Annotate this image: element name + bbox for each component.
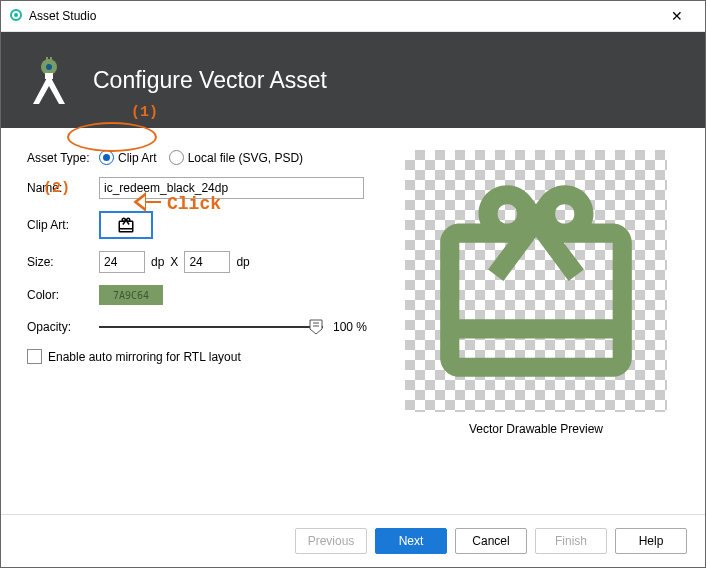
titlebar: Asset Studio ✕ bbox=[1, 1, 705, 32]
footer: Previous Next Cancel Finish Help bbox=[1, 514, 705, 567]
opacity-label: Opacity: bbox=[27, 320, 99, 334]
radio-dot-icon bbox=[169, 150, 184, 165]
opacity-value: 100 % bbox=[333, 320, 367, 334]
rtl-label: Enable auto mirroring for RTL layout bbox=[48, 350, 241, 364]
header: Configure Vector Asset bbox=[1, 32, 705, 128]
x-label: X bbox=[170, 255, 178, 269]
window: Asset Studio ✕ Configure Vector Asset As… bbox=[0, 0, 706, 568]
next-button[interactable]: Next bbox=[375, 528, 447, 554]
redeem-preview-icon bbox=[421, 166, 651, 396]
asset-type-row: Asset Type: Clip Art Local file (SVG, PS… bbox=[27, 150, 367, 165]
preview-canvas bbox=[405, 150, 667, 412]
preview-label: Vector Drawable Preview bbox=[469, 422, 603, 436]
size-label: Size: bbox=[27, 255, 99, 269]
dp-label: dp bbox=[151, 255, 164, 269]
asset-type-label: Asset Type: bbox=[27, 151, 99, 165]
rtl-row: Enable auto mirroring for RTL layout bbox=[27, 349, 367, 364]
size-height-input[interactable] bbox=[184, 251, 230, 273]
body: Asset Type: Clip Art Local file (SVG, PS… bbox=[1, 128, 705, 514]
size-row: Size: dp X dp bbox=[27, 251, 367, 273]
svg-rect-4 bbox=[50, 57, 52, 62]
close-button[interactable]: ✕ bbox=[657, 8, 697, 24]
android-studio-icon bbox=[27, 56, 71, 104]
radio-dot-icon bbox=[99, 150, 114, 165]
size-width-input[interactable] bbox=[99, 251, 145, 273]
clipart-label: Clip Art: bbox=[27, 218, 99, 232]
svg-rect-3 bbox=[46, 57, 48, 62]
rtl-checkbox[interactable] bbox=[27, 349, 42, 364]
app-icon bbox=[9, 8, 23, 25]
svg-rect-6 bbox=[45, 73, 53, 79]
opacity-slider[interactable] bbox=[99, 317, 323, 337]
window-title: Asset Studio bbox=[29, 9, 96, 23]
page-title: Configure Vector Asset bbox=[93, 67, 327, 94]
clipart-row: Clip Art: bbox=[27, 211, 367, 239]
svg-point-5 bbox=[46, 64, 52, 70]
color-label: Color: bbox=[27, 288, 99, 302]
slider-thumb-icon bbox=[309, 319, 323, 335]
name-label: Name: bbox=[27, 181, 99, 195]
asset-type-clipart-radio[interactable]: Clip Art bbox=[99, 150, 157, 165]
name-input[interactable] bbox=[99, 177, 364, 199]
previous-button[interactable]: Previous bbox=[295, 528, 367, 554]
asset-type-localfile-radio[interactable]: Local file (SVG, PSD) bbox=[169, 150, 303, 165]
asset-type-clipart-label: Clip Art bbox=[118, 151, 157, 165]
opacity-row: Opacity: 100 % bbox=[27, 317, 367, 337]
cancel-button[interactable]: Cancel bbox=[455, 528, 527, 554]
clipart-picker-button[interactable] bbox=[99, 211, 153, 239]
dp-label: dp bbox=[236, 255, 249, 269]
svg-point-1 bbox=[14, 13, 18, 17]
color-row: Color: 7A9C64 bbox=[27, 285, 367, 305]
redeem-icon bbox=[116, 216, 136, 234]
form: Asset Type: Clip Art Local file (SVG, PS… bbox=[27, 150, 367, 504]
help-button[interactable]: Help bbox=[615, 528, 687, 554]
preview-panel: Vector Drawable Preview bbox=[393, 150, 679, 504]
color-picker-button[interactable]: 7A9C64 bbox=[99, 285, 163, 305]
name-row: Name: bbox=[27, 177, 367, 199]
finish-button[interactable]: Finish bbox=[535, 528, 607, 554]
asset-type-localfile-label: Local file (SVG, PSD) bbox=[188, 151, 303, 165]
